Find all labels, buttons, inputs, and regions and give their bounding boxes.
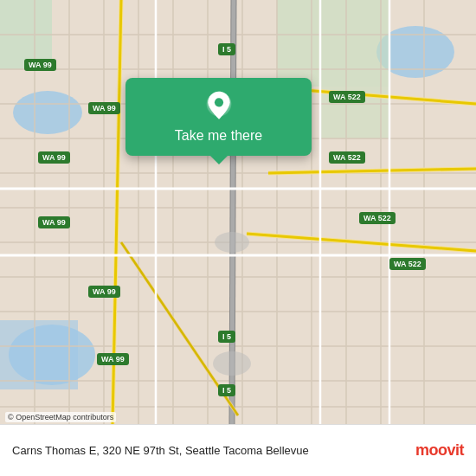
svg-point-36 [215,232,249,253]
svg-point-37 [213,351,251,376]
svg-rect-6 [277,0,389,87]
badge-wa99-1: WA 99 [24,59,56,71]
osm-credit: © OpenStreetMap contributors [5,412,116,422]
badge-wa99-5: WA 99 [88,286,120,298]
badge-wa99-2: WA 99 [88,102,120,114]
badge-wa99-3: WA 99 [38,151,70,164]
moovit-text: moovit [415,441,464,460]
badge-i5-2: I 5 [218,331,235,343]
badge-wa522-1: WA 522 [329,91,365,103]
badge-wa522-2: WA 522 [329,151,365,164]
bottom-bar: Carns Thomas E, 320 NE 97th St, Seattle … [0,424,476,476]
badge-i5-3: I 5 [218,384,235,396]
navigation-popup[interactable]: Take me there [125,78,312,156]
map: WA 99 WA 99 WA 99 WA 99 WA 99 WA 99 WA 5… [0,0,476,424]
popup-label: Take me there [175,128,262,144]
location-pin-icon [203,90,235,123]
moovit-logo: moovit [415,441,464,460]
badge-wa99-6: WA 99 [97,353,129,365]
svg-point-53 [214,98,222,106]
badge-wa522-4: WA 522 [389,258,426,270]
svg-rect-5 [0,320,78,389]
badge-wa99-4: WA 99 [38,216,70,228]
badge-wa522-3: WA 522 [359,212,396,224]
badge-i5-1: I 5 [218,43,235,55]
address-text: Carns Thomas E, 320 NE 97th St, Seattle … [12,444,415,457]
svg-point-2 [13,91,82,134]
